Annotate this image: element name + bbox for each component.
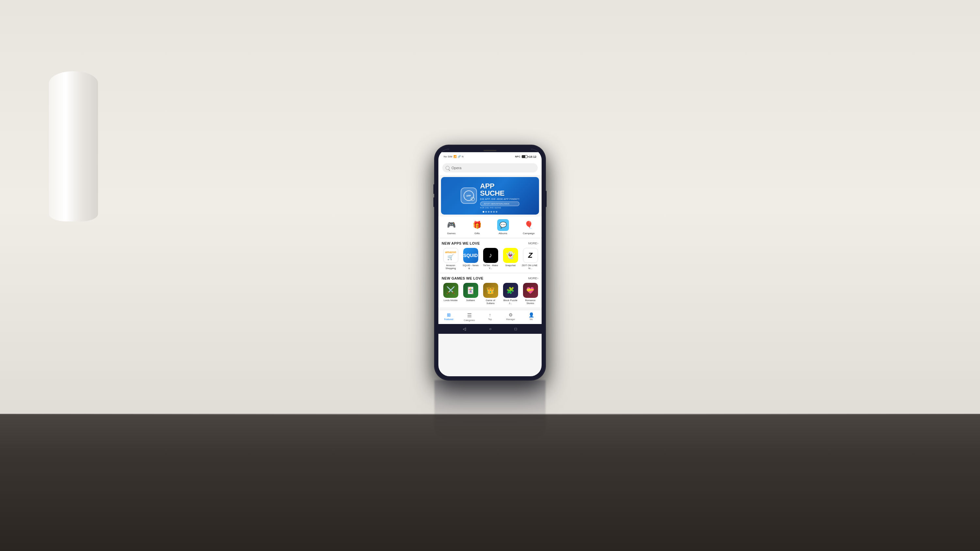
recent-button[interactable]: □ bbox=[514, 327, 517, 331]
category-gifts[interactable]: 🎁 Gifts bbox=[468, 219, 487, 235]
phone-device: No SIM 📶 🔗 N NFC 18:12 bbox=[434, 145, 546, 380]
featured-icon: ⊞ bbox=[447, 312, 451, 318]
status-left: No SIM 📶 🔗 N bbox=[444, 155, 463, 158]
app-tiktok[interactable]: ♪ TikTok - Make Y... bbox=[482, 248, 500, 270]
signal-icon: 📶 bbox=[453, 155, 457, 158]
wifi-icon: 🔗 bbox=[458, 155, 461, 158]
category-games[interactable]: 🎮 Games bbox=[442, 219, 461, 235]
banner-app-icon: APP 🔍 bbox=[461, 187, 477, 204]
power-button bbox=[546, 191, 547, 207]
category-albums[interactable]: 💬 Albums bbox=[493, 219, 513, 235]
nav-featured[interactable]: ⊞ Featured bbox=[441, 312, 457, 321]
banner-sub-text: FÜR DIE P40 SERIE bbox=[480, 207, 520, 209]
featured-label: Featured bbox=[444, 318, 453, 321]
nfc-status: NFC bbox=[515, 155, 520, 158]
me-label: Me bbox=[530, 318, 533, 321]
banner-dots bbox=[483, 211, 498, 213]
back-button[interactable]: ◁ bbox=[463, 327, 466, 331]
top-label: Top bbox=[488, 318, 492, 321]
amazon-text: amazon bbox=[445, 251, 457, 254]
categories-label: Categories bbox=[464, 319, 475, 321]
nfc-icon: N bbox=[462, 156, 463, 158]
banner-download-button[interactable]: JETZT HERUNTERLADEN bbox=[480, 202, 520, 206]
carrier-text: No SIM bbox=[444, 155, 452, 158]
game-solitaire[interactable]: 🃏 Solitaire bbox=[461, 283, 480, 305]
category-row: 🎮 Games 🎁 Gifts 💬 Albums 🎈 Campaign bbox=[438, 216, 542, 237]
phone-reflection bbox=[434, 380, 546, 439]
banner-dot-4 bbox=[491, 211, 492, 213]
amazon-label: Amazon Shopping bbox=[442, 264, 460, 270]
nav-categories[interactable]: ☰ Categories bbox=[461, 312, 477, 321]
banner-text-block: APP SUCHE DIE APP, DIE JEDE APP FINDET! … bbox=[480, 183, 520, 209]
new-games-title: NEW GAMES WE LOVE bbox=[442, 276, 484, 280]
sultans-label: Game of Sultans bbox=[482, 299, 500, 305]
tiktok-label: TikTok - Make Y... bbox=[482, 264, 500, 270]
game-romance[interactable]: 💝 Romance Stories bbox=[521, 283, 538, 305]
banner-title: APP SUCHE bbox=[480, 183, 520, 197]
amazon-cart-icon: 🛒 bbox=[447, 254, 454, 260]
phone-body: No SIM 📶 🔗 N NFC 18:12 bbox=[434, 145, 546, 380]
volume-down-button bbox=[433, 197, 434, 207]
home-button[interactable]: ○ bbox=[489, 327, 491, 331]
romance-icon: 💝 bbox=[523, 283, 538, 298]
me-icon: 👤 bbox=[528, 312, 534, 318]
nav-top[interactable]: ↑ Top bbox=[482, 312, 498, 321]
new-apps-header: NEW APPS WE LOVE MORE › bbox=[442, 241, 538, 245]
new-apps-title: NEW APPS WE LOVE bbox=[442, 241, 480, 245]
romance-emoji: 💝 bbox=[526, 286, 535, 294]
status-right: NFC 18:12 bbox=[515, 155, 536, 159]
sultans-icon: 👑 bbox=[483, 283, 498, 298]
solitaire-emoji: 🃏 bbox=[466, 286, 475, 294]
banner-content: APP 🔍 APP SUCHE DIE APP, DIE J bbox=[455, 183, 525, 209]
vase-decoration bbox=[26, 33, 98, 229]
app-zeit[interactable]: Z ZEIT ON LINE - N... bbox=[521, 248, 538, 270]
banner-subtitle: DIE APP, DIE JEDE APP FINDET! bbox=[480, 198, 520, 200]
app-squid[interactable]: SQUID SQUID - News & ... bbox=[461, 248, 480, 270]
app-amazon[interactable]: amazon 🛒 Amazon Shopping bbox=[442, 248, 460, 270]
zeit-icon: Z bbox=[523, 248, 538, 263]
banner-ad[interactable]: APP 🔍 APP SUCHE DIE APP, DIE J bbox=[441, 177, 539, 214]
lords-emoji: ⚔️ bbox=[446, 286, 455, 295]
snapchat-label: Snapchat bbox=[505, 264, 516, 267]
new-apps-more[interactable]: MORE › bbox=[528, 242, 538, 245]
albums-label: Albums bbox=[498, 232, 508, 235]
nav-me[interactable]: 👤 Me bbox=[523, 312, 539, 321]
squid-icon-inner: SQUID bbox=[463, 248, 478, 263]
notch bbox=[438, 149, 542, 152]
block-emoji: 🧩 bbox=[506, 286, 514, 294]
banner-dot-1 bbox=[483, 211, 484, 213]
game-block-puzzle[interactable]: 🧩 Block Puzzle J... bbox=[501, 283, 519, 305]
system-nav-bar: ◁ ○ □ bbox=[438, 324, 542, 334]
search-value: Opera bbox=[452, 166, 461, 170]
lords-mobile-label: Lords Mobile bbox=[444, 299, 458, 302]
new-games-row: ⚔️ Lords Mobile 🃏 Solitaire bbox=[442, 283, 538, 305]
tiktok-logo: ♪ bbox=[489, 251, 492, 259]
lords-mobile-icon: ⚔️ bbox=[443, 283, 458, 298]
category-campaign[interactable]: 🎈 Campaign bbox=[519, 219, 539, 235]
game-sultans[interactable]: 👑 Game of Sultans bbox=[482, 283, 500, 305]
categories-icon: ☰ bbox=[467, 312, 472, 318]
search-icon bbox=[445, 166, 450, 170]
new-games-more[interactable]: MORE › bbox=[528, 277, 538, 280]
campaign-icon: 🎈 bbox=[523, 219, 535, 231]
gifts-label: Gifts bbox=[474, 232, 480, 235]
zeit-letter: Z bbox=[528, 251, 533, 260]
manager-label: Manager bbox=[506, 318, 515, 321]
block-puzzle-label: Block Puzzle J... bbox=[501, 299, 519, 305]
nav-manager[interactable]: ⚙ Manager bbox=[503, 312, 519, 321]
romance-label: Romance Stories bbox=[521, 299, 538, 305]
solitaire-icon: 🃏 bbox=[463, 283, 478, 298]
search-input[interactable]: Opera bbox=[442, 163, 538, 173]
banner-dot-5 bbox=[493, 211, 495, 213]
time-display: 18:12 bbox=[529, 155, 536, 159]
games-label: Games bbox=[447, 232, 456, 235]
game-lords-mobile[interactable]: ⚔️ Lords Mobile bbox=[442, 283, 460, 305]
banner-dot-2 bbox=[485, 211, 487, 213]
solitaire-label: Solitaire bbox=[466, 299, 475, 302]
phone-screen: No SIM 📶 🔗 N NFC 18:12 bbox=[438, 149, 542, 376]
search-bar-container: Opera bbox=[438, 161, 542, 175]
new-apps-section: NEW APPS WE LOVE MORE › amazon bbox=[438, 239, 542, 272]
squid-label: SQUID - News & ... bbox=[461, 264, 480, 270]
volume-up-button bbox=[433, 184, 434, 194]
app-snapchat[interactable]: 👻 Snapchat bbox=[501, 248, 519, 270]
